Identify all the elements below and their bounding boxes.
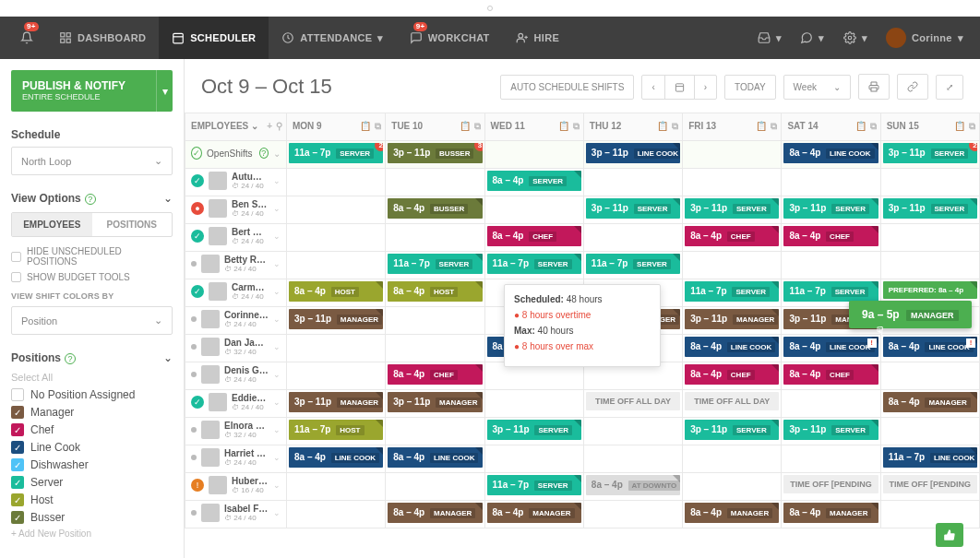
schedule-cell[interactable]: 8a – 4p CHEF	[782, 224, 880, 252]
schedule-cell[interactable]: 3p – 11p SERVER	[683, 196, 782, 224]
schedule-cell[interactable]	[386, 418, 484, 445]
shift-block[interactable]: 8a – 4p LINE COOK	[289, 447, 383, 468]
schedule-cell[interactable]	[287, 362, 386, 390]
shift-block[interactable]: 8a – 4p MANAGER	[883, 392, 977, 412]
schedule-cell[interactable]: 3p – 11p SERVER	[782, 418, 880, 445]
schedule-cell[interactable]: 3p – 11p MANAGER	[287, 307, 386, 335]
shift-block[interactable]: 3p – 11p BUSSER3	[388, 143, 482, 163]
copy-icon[interactable]: ⧉	[870, 121, 877, 132]
timeoff-block[interactable]: TIME OFF ALL DAY	[685, 392, 779, 410]
schedule-cell[interactable]: 8a – 4p LINE COOK	[287, 445, 386, 473]
nav-settings[interactable]: ▾	[834, 17, 877, 59]
schedule-cell[interactable]	[484, 141, 583, 169]
schedule-cell[interactable]: 3p – 11p SERVER	[583, 196, 682, 224]
position-filter[interactable]: ✓Host	[11, 493, 173, 506]
clipboard-icon[interactable]: 📋	[954, 121, 965, 132]
schedule-cell[interactable]: 3p – 11p BUSSER3	[386, 141, 484, 169]
schedule-cell[interactable]: 11a – 7p SERVER	[484, 252, 583, 279]
shift-block[interactable]: 8a – 4p CHEF	[685, 226, 779, 246]
nav-dashboard[interactable]: DASHBOARD	[46, 17, 159, 59]
shift-block[interactable]: 8a – 4p CHEF	[487, 226, 581, 246]
thumbs-up-button[interactable]	[936, 523, 963, 547]
schedule-cell[interactable]: 8a – 4p HOST	[287, 279, 386, 307]
employee-row[interactable]: ✓Carmen Lowe⏱ 24 / 40⌄	[185, 279, 286, 303]
print-button[interactable]	[858, 74, 890, 100]
schedule-cell[interactable]	[386, 169, 484, 196]
schedule-cell[interactable]: 11a – 7p SERVER	[683, 279, 782, 307]
schedule-cell[interactable]: TIME OFF ALL DAY	[583, 390, 682, 418]
schedule-cell[interactable]	[880, 501, 979, 528]
timeoff-block[interactable]: TIME OFF [PENDING	[783, 475, 878, 493]
schedule-cell[interactable]: 8a – 4p MANAGER	[386, 501, 484, 528]
schedule-cell[interactable]: 8a – 4p MANAGER	[782, 501, 880, 528]
shift-block[interactable]: 3p – 11p MANAGER	[289, 392, 383, 412]
schedule-cell[interactable]	[583, 418, 682, 445]
schedule-cell[interactable]	[880, 418, 979, 445]
employees-col-header[interactable]: EMPLOYEES ⌄+⚲	[185, 113, 287, 141]
employee-row[interactable]: ●Ben Shield...⏱ 24 / 40⌄	[185, 196, 286, 220]
shift-block[interactable]: 8a – 4p AT DOWNTO	[586, 475, 680, 495]
clipboard-icon[interactable]: 📋	[855, 121, 866, 132]
schedule-cell[interactable]	[683, 141, 782, 169]
schedule-cell[interactable]: 8a – 4p MANAGER	[683, 501, 782, 528]
clipboard-icon[interactable]: 📋	[657, 121, 668, 132]
schedule-cell[interactable]: 8a – 4p MANAGER	[484, 501, 583, 528]
schedule-cell[interactable]: 8a – 4p CHEF	[484, 224, 583, 252]
shift-block[interactable]: 8a – 4p LINE COOK	[388, 447, 482, 468]
employee-row[interactable]: Denis Gillespie⏱ 24 / 40⌄	[185, 362, 286, 386]
show-budget-checkbox[interactable]: SHOW BUDGET TOOLS	[11, 272, 173, 282]
schedule-cell[interactable]: 3p – 11p SERVER	[782, 196, 880, 224]
shift-block[interactable]: 11a – 7p SERVER	[685, 281, 779, 302]
shift-block[interactable]: 3p – 11p SERVER	[783, 198, 878, 219]
schedule-cell[interactable]	[287, 252, 386, 279]
shift-block[interactable]: 3p – 11p LINE COOK	[586, 143, 680, 163]
schedule-cell[interactable]: 8a – 4p LINE COOK!	[880, 335, 979, 362]
schedule-cell[interactable]	[386, 307, 484, 335]
shift-block[interactable]: 8a – 4p MANAGER	[685, 503, 779, 523]
schedule-cell[interactable]	[583, 501, 682, 528]
schedule-cell[interactable]	[287, 473, 386, 501]
shift-block[interactable]: 8a – 4p LINE COOK	[685, 337, 779, 357]
shift-block[interactable]: 8a – 4p CHEF	[685, 364, 779, 385]
schedule-cell[interactable]: 8a – 4p AT DOWNTO	[583, 473, 682, 501]
clipboard-icon[interactable]: 📋	[558, 121, 569, 132]
copy-icon[interactable]: ⧉	[573, 121, 580, 132]
shift-block[interactable]: 8a – 4p LINE COOK!	[883, 337, 977, 357]
chevron-down-icon[interactable]: ⌄	[163, 192, 173, 205]
shift-block[interactable]: 3p – 11p MANAGER	[289, 309, 383, 329]
shift-block[interactable]: 8a – 4p SERVER	[487, 171, 581, 191]
copy-icon[interactable]: ⧉	[672, 121, 678, 132]
select-all-link[interactable]: Select All	[11, 372, 173, 383]
add-icon[interactable]: +	[267, 121, 272, 131]
auto-schedule-button[interactable]: AUTO SCHEDULE SHIFTS	[500, 75, 634, 100]
clipboard-icon[interactable]: 📋	[460, 121, 471, 132]
nav-user[interactable]: Corinne▾	[877, 17, 973, 59]
schedule-cell[interactable]: 3p – 11p SERVER	[484, 418, 583, 445]
nav-bell[interactable]: 9+	[7, 17, 46, 59]
schedule-cell[interactable]: 8a – 4p CHEF	[782, 362, 880, 390]
open-shifts-label[interactable]: ✓OpenShifts ?⌄	[185, 141, 286, 165]
expand-button[interactable]: ⤢	[936, 75, 963, 100]
shift-block[interactable]: 8a – 4p CHEF	[388, 364, 482, 385]
position-filter[interactable]: ✓Chef	[11, 423, 173, 436]
shift-block[interactable]: PREFERRED: 8a – 4p	[883, 281, 977, 299]
schedule-cell[interactable]: 11a – 7p LINE COOK	[880, 445, 979, 473]
copy-icon[interactable]: ⧉	[474, 121, 481, 132]
shift-block[interactable]: 8a – 4p HOST	[289, 281, 383, 302]
timeoff-block[interactable]: TIME OFF [PENDING	[883, 475, 977, 493]
schedule-cell[interactable]	[782, 252, 880, 279]
schedule-cell[interactable]: 8a – 4p LINE COOK	[782, 141, 880, 169]
schedule-cell[interactable]: 11a – 7p SERVER2	[287, 141, 386, 169]
shift-block[interactable]: 3p – 11p SERVER	[883, 198, 977, 219]
schedule-cell[interactable]	[287, 224, 386, 252]
schedule-cell[interactable]: 3p – 11p SERVER	[683, 418, 782, 445]
schedule-cell[interactable]	[683, 169, 782, 196]
schedule-cell[interactable]	[484, 196, 583, 224]
chevron-down-icon[interactable]: ⌄	[163, 351, 173, 364]
shift-block[interactable]: 3p – 11p SERVER	[487, 420, 581, 440]
shift-block[interactable]: 8a – 4p LINE COOK!	[783, 337, 878, 357]
schedule-cell[interactable]: 3p – 11p MANAGER	[386, 390, 484, 418]
nav-scheduler[interactable]: SCHEDULER	[159, 17, 269, 59]
schedule-cell[interactable]	[782, 390, 880, 418]
shift-block[interactable]: 11a – 7p SERVER	[586, 254, 680, 274]
